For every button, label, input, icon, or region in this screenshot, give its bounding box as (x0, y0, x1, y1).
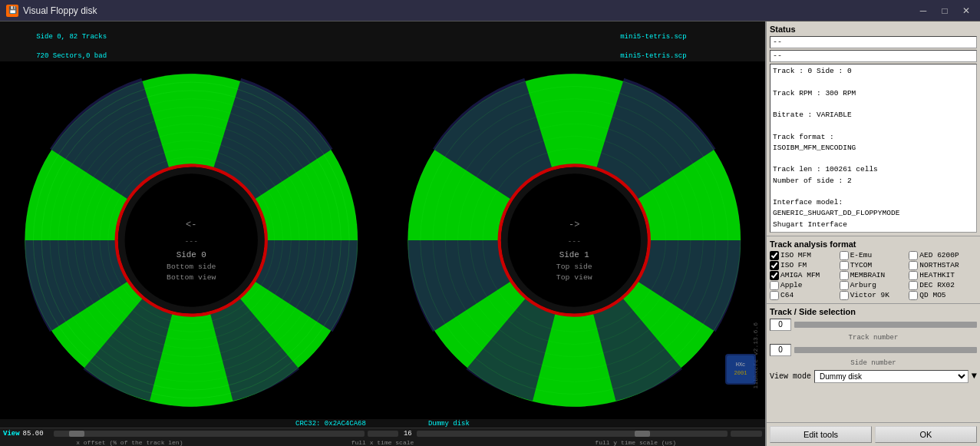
track-slider[interactable] (794, 322, 977, 328)
cb-iso-mfm[interactable]: ISO MFM (770, 251, 838, 260)
cb-tycom[interactable]: TYCOM (840, 261, 908, 270)
view-mode-label: View mode (770, 372, 811, 381)
side-number-label: Side number (770, 359, 977, 367)
disk-canvas[interactable]: <- --- Side 0 Bottom side Bottom view (0, 61, 765, 419)
view-mode-select[interactable]: Dummy disk Track view Sector view (814, 370, 968, 383)
cb-apple[interactable]: Apple (770, 281, 838, 290)
dummy-disk-label: Dummy disk (428, 420, 470, 428)
x-offset-thumb[interactable] (69, 431, 84, 437)
svg-text:2001: 2001 (734, 370, 747, 376)
cb-e-emu-input[interactable] (840, 251, 849, 260)
zoom-value: 85.00 (23, 430, 51, 438)
maximize-button[interactable]: □ (937, 5, 952, 17)
cb-victor9k[interactable]: Victor 9K (840, 291, 908, 300)
cb-heathkit[interactable]: HEATHKIT (909, 271, 977, 280)
bottom-buttons: Edit tools OK (767, 422, 980, 446)
disk-center-info: mini5-tetris.scp mini5-tetris.scp Side 1… (512, 22, 762, 61)
cb-iso-fm[interactable]: ISO FM (770, 261, 838, 270)
track-side-section: Track / Side selection Track number Side… (767, 304, 980, 422)
cb-victor9k-input[interactable] (840, 291, 849, 300)
cb-arburg[interactable]: Arburg (840, 281, 908, 290)
minimize-button[interactable]: ─ (916, 5, 931, 17)
svg-text:->: -> (569, 220, 579, 230)
track-number-row (770, 319, 977, 331)
cb-iso-mfm-input[interactable] (770, 251, 779, 260)
track-side-title: Track / Side selection (770, 307, 977, 316)
cb-qd-mo5[interactable]: QD MO5 (909, 291, 977, 300)
svg-text:<-: <- (186, 220, 196, 230)
cb-dec-rx02-input[interactable] (909, 281, 918, 290)
cb-arburg-input[interactable] (840, 281, 849, 290)
cb-amiga-mfm[interactable]: AMIGA MFM (770, 271, 838, 280)
side-number-input[interactable] (770, 344, 791, 356)
svg-text:Top side: Top side (556, 263, 592, 271)
svg-text:Bottom side: Bottom side (167, 263, 216, 271)
full-y-label: full y time scale (us) (509, 439, 762, 446)
cb-e-emu[interactable]: E-Emu (840, 251, 908, 260)
app-icon: 💾 (6, 5, 18, 17)
status-section: Status -- -- Track : 0 Side : 0 Track RP… (767, 21, 980, 236)
track-number-label: Track number (770, 334, 977, 342)
cb-aed6200p-input[interactable] (909, 251, 918, 260)
view-mode-dropdown-arrow[interactable]: ▼ (972, 371, 977, 382)
y-offset-slider[interactable] (417, 431, 728, 437)
crc-bar: CRC32: 0x2AC4CA68 Dummy disk (0, 419, 765, 428)
x-scale-value: 16 (401, 430, 414, 438)
disk-left-filename: mini5-tetris.scp (620, 33, 686, 41)
disk-left-side: Side 0, 82 Tracks (36, 33, 107, 41)
svg-text:Side 1: Side 1 (559, 250, 589, 259)
disk-right-visual[interactable]: -> --- Side 1 Top side Top view (383, 61, 766, 419)
svg-text:Top view: Top view (556, 273, 592, 282)
cb-iso-fm-input[interactable] (770, 261, 779, 270)
disk-info-bar: Side 0, 82 Tracks 720 Sectors,0 bad 3686… (0, 21, 765, 61)
cb-apple-input[interactable] (770, 281, 779, 290)
status-line2: -- (770, 50, 977, 62)
edit-tools-button[interactable]: Edit tools (770, 426, 872, 443)
cb-northstar-input[interactable] (909, 261, 918, 270)
bottom-slider-bar: View 85.00 16 (0, 428, 765, 438)
disk-left-info: Side 0, 82 Tracks 720 Sectors,0 bad 3686… (3, 22, 253, 61)
cb-tycom-input[interactable] (840, 261, 849, 270)
cb-c64[interactable]: C64 (770, 291, 838, 300)
status-title: Status (770, 25, 977, 34)
side-slider[interactable] (794, 347, 977, 353)
track-format-section: Track analysis format ISO MFM E-Emu AED … (767, 236, 980, 304)
cb-qd-mo5-input[interactable] (909, 291, 918, 300)
cb-membrain-input[interactable] (840, 271, 849, 280)
view-label: View (3, 430, 20, 438)
side-number-row (770, 344, 977, 356)
x-mini-slider[interactable] (368, 431, 399, 437)
cb-heathkit-input[interactable] (909, 271, 918, 280)
svg-text:---: --- (567, 237, 581, 246)
y-offset-thumb[interactable] (635, 431, 650, 437)
right-panel: Status -- -- Track : 0 Side : 0 Track RP… (765, 21, 980, 446)
view-mode-row: View mode Dummy disk Track view Sector v… (770, 370, 977, 383)
cb-aed6200p[interactable]: AED 6200P (909, 251, 977, 260)
track-format-title: Track analysis format (770, 240, 977, 249)
cb-amiga-mfm-input[interactable] (770, 271, 779, 280)
bottom-labels: x offset (% of the track len) full x tim… (0, 438, 765, 446)
x-offset-slider[interactable] (54, 431, 365, 437)
hxc-logo: HXc 2001 (725, 354, 756, 387)
status-details: Track : 0 Side : 0 Track RPM : 300 RPM B… (770, 64, 977, 233)
disk-right-filename: mini5-tetris.scp (620, 52, 686, 60)
cb-membrain[interactable]: MEMBRAIN (840, 271, 908, 280)
svg-text:HXc: HXc (736, 362, 746, 368)
track-number-input[interactable] (770, 319, 791, 331)
full-x-label: full x time scale (256, 439, 510, 446)
cb-c64-input[interactable] (770, 291, 779, 300)
ok-button[interactable]: OK (875, 426, 977, 443)
svg-text:Bottom view: Bottom view (167, 273, 216, 282)
svg-text:Side 0: Side 0 (177, 250, 206, 259)
status-line1: -- (770, 36, 977, 48)
disk-left-visual[interactable]: <- --- Side 0 Bottom side Bottom view (0, 61, 383, 419)
cb-northstar[interactable]: NORTHSTAR (909, 261, 977, 270)
checkbox-grid: ISO MFM E-Emu AED 6200P ISO FM TYCO (770, 251, 977, 300)
window-title: Visual Floppy disk (23, 5, 916, 16)
disk-left-sectors: 720 Sectors,0 bad (36, 52, 107, 60)
y-mini-slider[interactable] (731, 431, 762, 437)
title-bar: 💾 Visual Floppy disk ─ □ ✕ (0, 0, 980, 21)
cb-dec-rx02[interactable]: DEC RX02 (909, 281, 977, 290)
close-button[interactable]: ✕ (959, 5, 974, 17)
main-area: Side 0, 82 Tracks 720 Sectors,0 bad 3686… (0, 21, 980, 446)
